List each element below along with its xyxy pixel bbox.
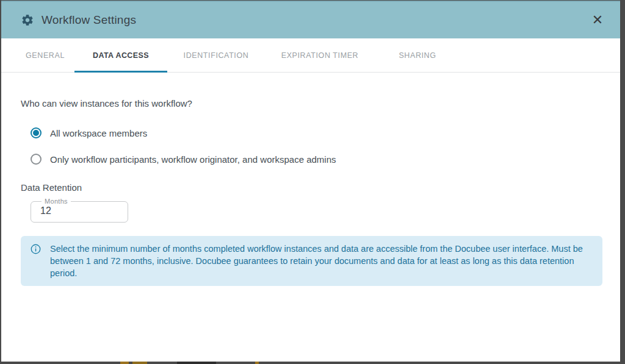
backdrop-fragment	[255, 362, 259, 364]
backdrop-fragment	[120, 362, 129, 364]
info-banner: Select the minimum number of months comp…	[21, 236, 602, 286]
months-input-value[interactable]: 12	[38, 205, 120, 216]
close-icon: ✕	[592, 12, 603, 27]
tab-label: EXPIRATION TIMER	[281, 51, 359, 60]
tab-sharing[interactable]: SHARING	[375, 38, 460, 72]
info-banner-text: Select the minimum number of months comp…	[50, 243, 587, 279]
close-button[interactable]: ✕	[588, 11, 607, 29]
info-icon	[31, 244, 41, 254]
months-field-label: Months	[42, 198, 71, 205]
gear-icon	[21, 13, 34, 27]
tab-label: DATA ACCESS	[93, 51, 149, 60]
radio-unselected-icon[interactable]	[31, 154, 42, 165]
tab-label: GENERAL	[26, 51, 65, 60]
modal-header: Workflow Settings ✕	[1, 1, 620, 38]
radio-option-label: All workspace members	[50, 128, 147, 138]
radio-option-all-workspace-members[interactable]: All workspace members	[31, 121, 601, 145]
radio-selected-icon[interactable]	[31, 127, 42, 138]
radio-option-label: Only workflow participants, workflow ori…	[50, 154, 336, 165]
tab-label: IDENTIFICATION	[184, 51, 249, 60]
tab-expiration-timer[interactable]: EXPIRATION TIMER	[265, 38, 375, 72]
tab-label: SHARING	[399, 51, 436, 60]
tab-bar: GENERAL DATA ACCESS IDENTIFICATION EXPIR…	[1, 38, 620, 73]
months-field[interactable]: Months 12	[31, 198, 128, 223]
tab-general[interactable]: GENERAL	[16, 38, 74, 72]
workflow-settings-modal: Workflow Settings ✕ GENERAL DATA ACCESS …	[1, 1, 620, 362]
tab-identification[interactable]: IDENTIFICATION	[167, 38, 265, 72]
data-retention-heading: Data Retention	[21, 182, 601, 193]
backdrop-fragment	[177, 362, 216, 364]
modal-title: Workflow Settings	[42, 13, 136, 27]
radio-option-participants-only[interactable]: Only workflow participants, workflow ori…	[31, 147, 601, 171]
view-instances-question: Who can view instances for this workflow…	[21, 98, 601, 109]
tab-panel-data-access: Who can view instances for this workflow…	[1, 73, 620, 362]
backdrop-fragment	[132, 362, 147, 364]
view-instances-radio-group: All workspace members Only workflow part…	[21, 121, 601, 171]
tab-data-access[interactable]: DATA ACCESS	[74, 38, 167, 72]
